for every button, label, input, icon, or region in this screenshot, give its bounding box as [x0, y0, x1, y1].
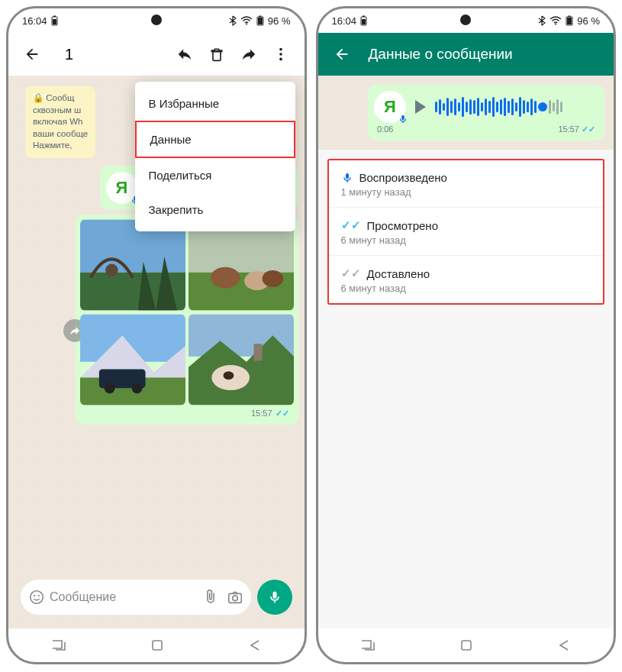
battery-icon [51, 15, 58, 26]
info-app-bar: Данные о сообщении [318, 33, 614, 76]
photo-thumb-1[interactable] [80, 219, 185, 311]
status-label: Воспроизведено [359, 171, 447, 184]
svg-rect-34 [363, 16, 365, 18]
attach-icon[interactable] [202, 589, 219, 606]
svg-point-29 [38, 595, 40, 596]
svg-point-7 [279, 48, 282, 51]
svg-point-36 [555, 24, 556, 25]
status-time: 16:04 [22, 15, 47, 27]
nav-back-icon[interactable] [557, 639, 571, 651]
ticks-blue-icon: ✓✓ [341, 218, 361, 232]
composer-row: Сообщение [15, 575, 298, 622]
svg-point-8 [279, 53, 282, 56]
status-read: ✓✓ Просмотрено 6 минут назад [329, 208, 604, 256]
message-preview-area: Я [318, 76, 614, 150]
back-arrow-icon[interactable] [16, 38, 48, 70]
status-time: 6 минут назад [341, 234, 591, 246]
photo-thumb-2[interactable] [189, 219, 294, 311]
wifi-icon [549, 16, 562, 25]
info-content: Я [318, 76, 614, 628]
emoji-icon[interactable] [28, 589, 45, 606]
encryption-notice[interactable]: 🔒 Сообщ сквозным ш включая Wh ваши сообщ… [25, 86, 95, 158]
svg-point-22 [131, 383, 142, 393]
delivery-status-list: Воспроизведено 1 минуту назад ✓✓ Просмот… [327, 159, 605, 305]
voice-elapsed: 0:06 [377, 124, 393, 134]
image-grid-bubble[interactable]: 15:57 ✓✓ [76, 215, 298, 425]
bluetooth-icon [229, 15, 237, 26]
more-menu-icon[interactable] [265, 38, 297, 70]
svg-point-12 [105, 263, 118, 276]
battery-percent: 96 % [577, 15, 600, 27]
battery-percent: 96 % [268, 15, 291, 27]
svg-rect-39 [567, 18, 572, 24]
back-arrow-icon[interactable] [326, 38, 358, 70]
wifi-icon [240, 16, 253, 25]
svg-point-26 [223, 371, 234, 380]
status-time: 1 минуту назад [341, 186, 591, 198]
menu-item-favorites[interactable]: В Избранные [135, 86, 295, 121]
svg-point-9 [279, 58, 282, 61]
svg-rect-35 [362, 19, 366, 24]
svg-rect-5 [259, 16, 261, 18]
voice-msg-time: 15:57 [558, 124, 579, 134]
camera-icon[interactable] [227, 589, 243, 606]
nav-home-icon[interactable] [151, 639, 163, 651]
image-grid [80, 219, 294, 405]
svg-rect-40 [462, 641, 471, 650]
svg-point-31 [232, 596, 237, 600]
svg-rect-38 [569, 16, 571, 18]
menu-item-info[interactable]: Данные [135, 121, 295, 158]
nav-recent-icon[interactable] [51, 639, 66, 651]
bluetooth-icon [538, 15, 546, 26]
svg-point-27 [31, 591, 44, 604]
camera-notch [151, 15, 162, 25]
nav-recent-icon[interactable] [360, 639, 375, 651]
svg-point-3 [246, 24, 247, 25]
playhead-dot[interactable] [538, 102, 547, 111]
reply-icon[interactable] [169, 38, 201, 70]
status-time: 6 минут назад [341, 283, 591, 294]
play-icon[interactable] [415, 100, 426, 114]
battery-icon [360, 15, 367, 26]
ticks-gray-icon: ✓✓ [341, 267, 361, 280]
svg-point-17 [262, 270, 283, 286]
camera-notch [460, 15, 471, 25]
svg-rect-6 [258, 18, 263, 24]
status-delivered: ✓✓ Доставлено 6 минут назад [329, 256, 604, 303]
battery-level-icon [566, 15, 573, 26]
nav-bar [8, 628, 305, 662]
menu-item-share[interactable]: Поделиться [135, 158, 295, 192]
sender-avatar: Я [374, 91, 406, 123]
battery-level-icon [256, 15, 264, 26]
svg-point-28 [34, 595, 35, 596]
nav-home-icon[interactable] [460, 639, 472, 651]
svg-rect-1 [53, 16, 56, 18]
page-title: Данные о сообщении [369, 46, 607, 63]
menu-item-pin[interactable]: Закрепить [135, 192, 295, 227]
photo-thumb-3[interactable] [80, 314, 185, 405]
selection-count: 1 [65, 46, 169, 63]
status-label: Просмотрено [367, 219, 438, 232]
composer-placeholder: Сообщение [45, 590, 202, 604]
selection-app-bar: 1 [8, 33, 305, 76]
trash-icon[interactable] [201, 38, 233, 70]
photo-thumb-4[interactable] [189, 314, 294, 405]
status-label: Доставлено [367, 267, 430, 280]
status-played: Воспроизведено 1 минуту назад [329, 160, 604, 208]
read-ticks-icon: ✓✓ [276, 409, 289, 418]
image-msg-time: 15:57 [251, 409, 272, 418]
svg-rect-30 [228, 593, 241, 603]
forward-icon[interactable] [233, 38, 265, 70]
status-time: 16:04 [332, 15, 357, 27]
waveform[interactable] [435, 95, 595, 119]
svg-rect-32 [153, 641, 162, 650]
voice-record-button[interactable] [257, 580, 292, 615]
voice-message-row[interactable]: Я [372, 89, 600, 124]
mic-blue-icon [341, 172, 353, 184]
svg-rect-24 [253, 344, 262, 360]
svg-point-21 [104, 383, 114, 393]
message-input[interactable]: Сообщение [21, 580, 251, 615]
svg-point-15 [210, 267, 240, 288]
phone-left: 16:04 96 % 1 🔒 Сообщ сквозным ш включая … [6, 6, 307, 664]
nav-back-icon[interactable] [248, 639, 262, 651]
